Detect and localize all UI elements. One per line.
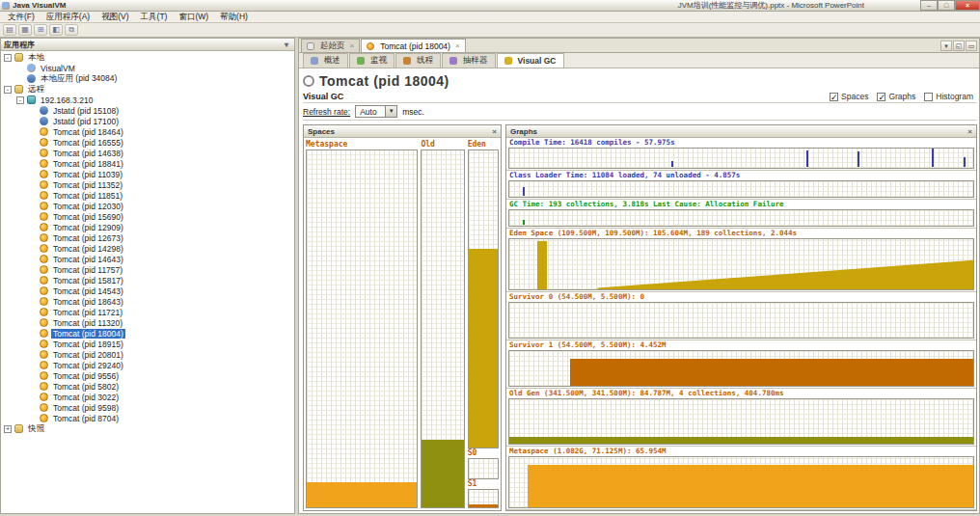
tree-item[interactable]: Tomcat (pid 11721)	[1, 307, 294, 317]
open-file-icon[interactable]: ▤	[3, 24, 16, 36]
chevron-down-icon[interactable]: ▼	[385, 106, 396, 117]
tree-expander-icon[interactable]: -	[16, 96, 24, 104]
close-button[interactable]: ×	[955, 0, 980, 11]
tab-visualgc[interactable]: Visual GC	[497, 53, 564, 68]
tree-item[interactable]: Jstatd (pid 15108)	[1, 105, 294, 116]
tree-item[interactable]: -本地	[1, 52, 294, 63]
tree-item[interactable]: -远程	[1, 84, 294, 95]
tomcat-icon	[40, 138, 48, 147]
tree-item[interactable]: Tomcat (pid 18643)	[1, 296, 294, 307]
tree-item[interactable]: Tomcat (pid 3022)	[1, 392, 294, 402]
spaces-close-icon[interactable]: ×	[492, 127, 497, 136]
tree-item[interactable]: Tomcat (pid 9598)	[1, 402, 294, 413]
tree-item[interactable]: Tomcat (pid 11757)	[1, 264, 294, 275]
tree-item[interactable]: 本地应用 (pid 34084)	[1, 73, 294, 84]
menu-item-2[interactable]: 视图(V)	[95, 12, 134, 22]
tree-expander-icon[interactable]: -	[4, 86, 12, 94]
tree-item[interactable]: Tomcat (pid 11352)	[1, 179, 294, 190]
checkbox-box[interactable]: ✓	[877, 93, 885, 101]
tree-item[interactable]: VisualVM	[1, 63, 294, 73]
menu-item-1[interactable]: 应用程序(A)	[41, 12, 95, 22]
tree-item[interactable]: Tomcat (pid 12673)	[1, 232, 294, 243]
old-column: Old	[421, 140, 464, 508]
menu-item-5[interactable]: 帮助(H)	[214, 12, 254, 22]
tree-item[interactable]: Tomcat (pid 9556)	[1, 370, 294, 381]
tree-item[interactable]: Tomcat (pid 14638)	[1, 148, 294, 158]
caption-buttons: – □ ×	[920, 0, 980, 12]
maximize-window-button[interactable]: ▭	[966, 41, 977, 51]
checkbox-spaces[interactable]: ✓Spaces	[830, 92, 868, 101]
tree-item[interactable]: Tomcat (pid 12909)	[1, 222, 294, 232]
checkbox-histogram[interactable]: Histogram	[924, 92, 973, 101]
tree-item[interactable]: Tomcat (pid 14298)	[1, 243, 294, 254]
tree-item-label: Tomcat (pid 18915)	[51, 339, 125, 349]
menu-item-4[interactable]: 窗口(W)	[173, 12, 214, 22]
checkbox-box[interactable]: ✓	[830, 93, 838, 101]
tree-item[interactable]: Tomcat (pid 18464)	[1, 126, 294, 137]
minimize-button[interactable]: –	[920, 0, 938, 11]
tomcat-icon	[40, 339, 48, 348]
tree-expander-icon[interactable]: +	[4, 425, 12, 433]
minimize-group-button[interactable]: ▾	[940, 41, 952, 51]
tree-item[interactable]: Tomcat (pid 11320)	[1, 317, 294, 328]
tree-item[interactable]: Tomcat (pid 14543)	[1, 285, 294, 296]
graphs-close-icon[interactable]: ×	[967, 127, 972, 136]
tree-item[interactable]: Tomcat (pid 16555)	[1, 137, 294, 148]
menu-item-0[interactable]: 文件(F)	[2, 12, 41, 22]
tree-item[interactable]: Tomcat (pid 18841)	[1, 158, 294, 169]
graph-row-chart	[508, 148, 974, 169]
refresh-rate-label: Refresh rate:	[303, 107, 350, 117]
tree-item[interactable]: Tomcat (pid 20801)	[1, 349, 294, 360]
graph-row-5: Survivor 1 (54.500M, 5.500M): 4.452M	[506, 340, 976, 389]
tree-item-label: Tomcat (pid 16555)	[51, 138, 125, 148]
tab-0[interactable]: 起始页×	[301, 39, 360, 52]
panel-minimize-icon[interactable]: ▾	[282, 41, 291, 49]
tab-monitor[interactable]: 监视	[349, 53, 395, 68]
toolbar: ▤▦⊞◧⧉	[0, 23, 980, 38]
tomcat-icon	[40, 255, 48, 263]
tree-item[interactable]: Tomcat (pid 15817)	[1, 275, 294, 285]
tree-item[interactable]: Tomcat (pid 14643)	[1, 254, 294, 264]
spaces-panel: Spaces × Metaspace Old	[303, 124, 502, 511]
tree-item[interactable]: Tomcat (pid 11039)	[1, 169, 294, 179]
refresh-rate-select[interactable]: Auto ▼	[355, 105, 397, 118]
tomcat-icon	[40, 159, 48, 168]
main-area: 应用程序 ▾ -本地VisualVM本地应用 (pid 34084)-远程-19…	[0, 38, 980, 514]
tree-item[interactable]: Tomcat (pid 11851)	[1, 190, 294, 201]
tree-item[interactable]: Tomcat (pid 29240)	[1, 360, 294, 370]
tree-item[interactable]: -192.168.3.210	[1, 95, 294, 105]
tree-item[interactable]: Tomcat (pid 18915)	[1, 339, 294, 349]
add-application-icon[interactable]: ⊞	[34, 24, 47, 36]
background-window-title: JVM培训(性能监控与调优).pptx - Microsoft PowerPoi…	[678, 0, 864, 11]
tree-item[interactable]: Tomcat (pid 8704)	[1, 413, 294, 423]
menu-item-3[interactable]: 工具(T)	[135, 12, 174, 22]
close-tab-icon[interactable]: ×	[455, 41, 460, 50]
close-tab-icon[interactable]: ×	[350, 41, 355, 50]
tree-item[interactable]: Tomcat (pid 15690)	[1, 211, 294, 222]
checkbox-box[interactable]	[924, 93, 933, 101]
subtab-label: 监视	[370, 55, 387, 67]
tab-sampler[interactable]: 抽样器	[442, 53, 496, 68]
save-all-icon[interactable]: ▦	[18, 24, 32, 36]
tree-item[interactable]: Tomcat (pid 5802)	[1, 381, 294, 392]
checkbox-graphs[interactable]: ✓Graphs	[877, 92, 915, 101]
tab-overview[interactable]: 概述	[303, 53, 348, 68]
monitor-icon	[357, 57, 365, 65]
float-window-button[interactable]: ◱	[953, 41, 965, 51]
graph-row-chart	[508, 238, 974, 290]
tree-item[interactable]: Tomcat (pid 18004)	[1, 328, 294, 339]
sampler-icon	[449, 57, 457, 65]
tomcat-icon	[40, 382, 48, 391]
tab-threads[interactable]: 线程	[395, 53, 441, 68]
tree-item[interactable]: Tomcat (pid 12030)	[1, 201, 294, 211]
tree-expander-icon[interactable]: -	[4, 54, 12, 62]
maximize-button[interactable]: □	[938, 0, 955, 11]
compare-snapshots-icon[interactable]: ⧉	[65, 24, 78, 36]
window-title: Java VisualVM	[13, 1, 66, 10]
tree-item[interactable]: Jstatd (pid 17100)	[1, 116, 294, 126]
tree-item[interactable]: +快照	[1, 423, 294, 434]
title-bar: Java VisualVM JVM培训(性能监控与调优).pptx - Micr…	[0, 0, 980, 12]
take-snapshot-icon[interactable]: ◧	[49, 24, 63, 36]
tab-1[interactable]: Tomcat (pid 18004)×	[361, 39, 465, 52]
graph-row-6: Old Gen (341.500M, 341.500M): 84.787M, 4…	[506, 389, 976, 447]
